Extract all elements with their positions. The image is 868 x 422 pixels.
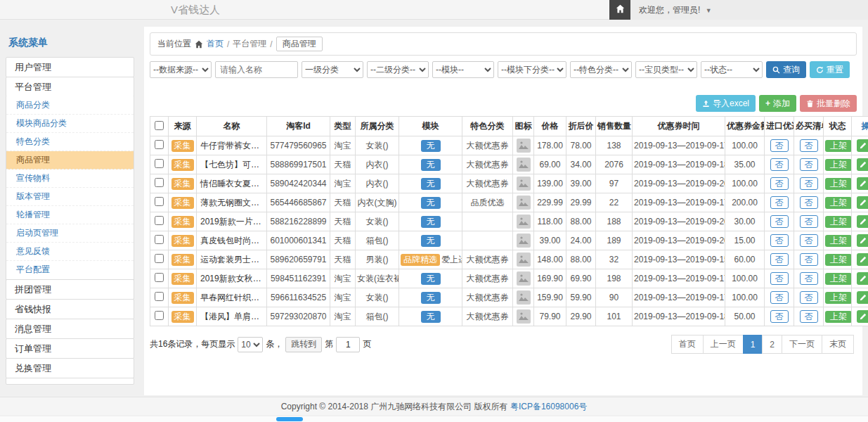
edit-button[interactable]: [857, 272, 868, 285]
sidebar-subitem[interactable]: 启动页管理: [6, 224, 134, 243]
import-toggle[interactable]: 否: [770, 272, 789, 285]
edit-button[interactable]: [857, 253, 868, 266]
sidebar-item[interactable]: 兑换管理: [6, 358, 134, 378]
page-button[interactable]: 上一页: [703, 335, 744, 354]
status-button[interactable]: 上架: [825, 292, 852, 304]
sidebar-item[interactable]: 省钱快报: [6, 299, 134, 319]
import-toggle[interactable]: 否: [770, 215, 789, 228]
status-button[interactable]: 上架: [825, 159, 852, 171]
edit-button[interactable]: [857, 177, 868, 190]
must-buy-toggle[interactable]: 否: [800, 253, 818, 266]
sidebar-item[interactable]: 用户管理: [6, 57, 134, 77]
home-button[interactable]: [609, 0, 630, 20]
must-buy-toggle[interactable]: 否: [800, 234, 818, 247]
batch-delete-button[interactable]: 批量删除: [800, 95, 857, 112]
sidebar-item[interactable]: 平台管理: [6, 77, 134, 97]
search-button[interactable]: 查询: [766, 61, 806, 78]
must-buy-toggle[interactable]: 否: [800, 310, 818, 323]
row-checkbox[interactable]: [155, 292, 164, 301]
filter-select[interactable]: 一级分类: [302, 61, 363, 78]
reset-button[interactable]: 重置: [810, 61, 850, 78]
filter-select[interactable]: --二级分类--: [367, 61, 429, 78]
must-buy-toggle[interactable]: 否: [800, 291, 818, 304]
edit-button[interactable]: [857, 158, 868, 171]
row-checkbox[interactable]: [155, 140, 164, 149]
sidebar-subitem[interactable]: 平台配置: [6, 261, 134, 279]
sidebar-item[interactable]: 消息管理: [6, 319, 134, 339]
row-checkbox[interactable]: [155, 216, 164, 225]
sidebar-subitem[interactable]: 宣传物料: [6, 170, 134, 188]
row-checkbox[interactable]: [155, 178, 164, 187]
sidebar-subitem[interactable]: 特色分类: [6, 133, 134, 151]
status-button[interactable]: 上架: [825, 254, 852, 266]
category: 内衣(文胸): [358, 198, 397, 207]
sidebar-subitem[interactable]: 商品管理: [6, 151, 134, 170]
status-button[interactable]: 上架: [825, 273, 852, 285]
sidebar-item[interactable]: 拼团管理: [6, 279, 134, 300]
row-checkbox[interactable]: [155, 254, 164, 263]
page-button[interactable]: 末页: [822, 335, 854, 354]
page-button[interactable]: 首页: [671, 335, 704, 354]
page-button[interactable]: 下一页: [782, 335, 822, 354]
must-buy-toggle[interactable]: 否: [800, 139, 818, 152]
status-button[interactable]: 上架: [825, 178, 852, 190]
select-all-checkbox[interactable]: [155, 121, 164, 130]
filter-select[interactable]: --数据来源--: [150, 61, 212, 78]
import-toggle[interactable]: 否: [770, 139, 789, 152]
must-buy-toggle[interactable]: 否: [800, 158, 818, 171]
row-checkbox[interactable]: [155, 273, 164, 282]
col-header: 来源: [169, 117, 197, 136]
import-toggle[interactable]: 否: [770, 234, 789, 247]
filter-select[interactable]: --宝贝类型--: [635, 61, 697, 78]
must-buy-toggle[interactable]: 否: [800, 177, 818, 190]
edit-button[interactable]: [857, 139, 868, 152]
import-toggle[interactable]: 否: [770, 253, 789, 266]
per-page-select[interactable]: 10: [238, 337, 263, 352]
filter-select[interactable]: --状态--: [701, 61, 763, 78]
sidebar-subitem[interactable]: 版本管理: [6, 188, 134, 206]
status-button[interactable]: 上架: [825, 235, 852, 247]
jump-page-input[interactable]: [336, 337, 360, 352]
status-button[interactable]: 上架: [825, 311, 852, 323]
jump-button[interactable]: 跳转到: [285, 337, 322, 352]
edit-button[interactable]: [857, 196, 868, 209]
import-excel-button[interactable]: 导入excel: [696, 95, 756, 112]
sidebar-subitem[interactable]: 轮播管理: [6, 206, 134, 224]
breadcrumb-home-link[interactable]: 首页: [207, 38, 224, 50]
horizontal-scrollbar[interactable]: [0, 416, 868, 422]
sidebar-item-partial[interactable]: [6, 378, 134, 385]
status-button[interactable]: 上架: [825, 140, 852, 152]
add-button[interactable]: + 添加: [759, 95, 796, 112]
row-checkbox[interactable]: [155, 159, 164, 168]
page-button[interactable]: 2: [762, 335, 782, 354]
sidebar-subitem[interactable]: 商品分类: [6, 96, 134, 115]
sidebar-item[interactable]: 订单管理: [6, 338, 134, 359]
scrollbar-thumb[interactable]: [276, 417, 303, 421]
filter-name-input[interactable]: [215, 61, 298, 78]
icp-link[interactable]: 粤ICP备16098006号: [510, 402, 587, 411]
must-buy-toggle[interactable]: 否: [800, 272, 818, 285]
welcome-menu[interactable]: 欢迎您，管理员! ▼: [630, 0, 712, 20]
row-checkbox[interactable]: [155, 311, 164, 320]
edit-button[interactable]: [857, 310, 868, 323]
import-toggle[interactable]: 否: [770, 196, 789, 209]
import-toggle[interactable]: 否: [770, 158, 789, 171]
sidebar-subitem[interactable]: 意见反馈: [6, 243, 134, 261]
edit-button[interactable]: [857, 215, 868, 228]
filter-select[interactable]: --模块下分类--: [498, 61, 566, 78]
import-toggle[interactable]: 否: [770, 177, 789, 190]
filter-select[interactable]: --模块--: [432, 61, 494, 78]
row-checkbox[interactable]: [155, 235, 164, 244]
status-button[interactable]: 上架: [825, 216, 852, 228]
status-button[interactable]: 上架: [825, 197, 852, 209]
import-toggle[interactable]: 否: [770, 291, 789, 304]
row-checkbox[interactable]: [155, 197, 164, 206]
edit-button[interactable]: [857, 234, 868, 247]
import-toggle[interactable]: 否: [770, 310, 789, 323]
sidebar-subitem[interactable]: 模块商品分类: [6, 115, 134, 133]
edit-button[interactable]: [857, 291, 868, 304]
must-buy-toggle[interactable]: 否: [800, 196, 818, 209]
must-buy-toggle[interactable]: 否: [800, 215, 818, 228]
filter-select[interactable]: --特色分类--: [570, 61, 632, 78]
page-button[interactable]: 1: [743, 335, 763, 354]
